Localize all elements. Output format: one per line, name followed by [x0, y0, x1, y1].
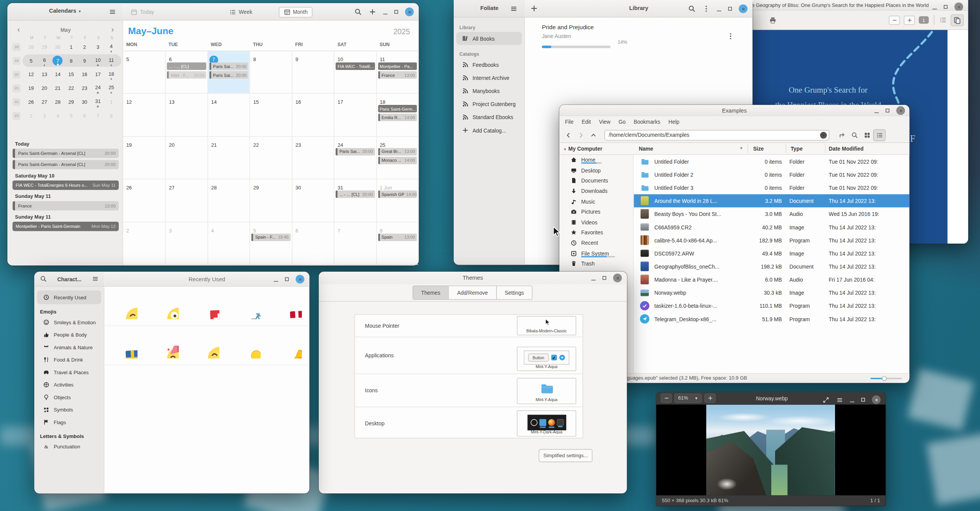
mini-day[interactable]: 21	[51, 83, 65, 93]
bicycle-emoji[interactable]	[227, 287, 268, 325]
toggle-location-entry-icon[interactable]	[835, 129, 848, 141]
day-cell[interactable]: 8 Spain13:00	[376, 222, 418, 265]
clear-location-icon[interactable]	[820, 132, 827, 139]
icon-view-icon[interactable]	[861, 129, 874, 141]
mini-day[interactable]: 3	[91, 42, 105, 52]
viewer-titlebar[interactable]: 61% ▼ Norway.webp	[656, 392, 886, 405]
day-cell[interactable]: 6 ... - ... [CL]Inter - F...20:00	[165, 51, 208, 94]
sidebar-root-toggle[interactable]: ▼ My Computer	[563, 146, 602, 152]
sidebar-item-documents[interactable]: Documents	[559, 176, 633, 186]
ok-hand-emoji[interactable]	[268, 326, 309, 365]
close-icon[interactable]	[872, 395, 881, 404]
mini-day[interactable]: 26	[24, 97, 38, 107]
sidebar-item-videos[interactable]: Videos	[559, 217, 633, 227]
sidebar-item-add-catalog-[interactable]: Add Catalog...	[456, 124, 522, 137]
file-row[interactable]: C66A5959.CR2 40.2 MB Image Thu 14 Jul 20…	[634, 221, 909, 234]
day-cell[interactable]: 5	[123, 51, 165, 94]
page-number-badge[interactable]: 1	[919, 16, 929, 24]
icons-theme-picker[interactable]: Mint-Y-Aqua	[517, 378, 576, 404]
maximize-icon[interactable]	[728, 7, 732, 11]
sidebar-item-downloads[interactable]: Downloads	[559, 186, 633, 196]
maximize-icon[interactable]	[602, 276, 606, 280]
day-cell[interactable]: 27	[165, 179, 208, 222]
book-list-item[interactable]: Pride and Prejudice Jane Austen 14%	[542, 24, 748, 51]
mini-day[interactable]: 5	[24, 56, 38, 66]
day-cell[interactable]: 5 Spain - F...19:45	[250, 222, 292, 265]
sidebar-item-pictures[interactable]: Pictures	[559, 207, 633, 217]
day-cell[interactable]: 6	[292, 222, 334, 265]
agenda-event[interactable]: Paris Saint-Germain - Arsenal [CL]20:00	[13, 160, 119, 169]
themes-titlebar[interactable]: Themes	[319, 272, 627, 284]
sidebar-item-manybooks[interactable]: Manybooks	[456, 84, 522, 97]
mini-day[interactable]: 24	[91, 83, 105, 93]
file-row[interactable]: Telegram_Desktop-x86_... 51.9 MB Program…	[634, 312, 909, 325]
file-row[interactable]: Untitled Folder 0 items Folder Tue 01 No…	[634, 155, 909, 168]
menu-bookmarks[interactable]: Bookmarks	[634, 119, 660, 125]
calendar-event[interactable]: FIA WEC - TotalE...	[336, 63, 374, 70]
minimize-icon[interactable]	[274, 277, 278, 281]
minimize-icon[interactable]	[874, 108, 879, 113]
mini-day[interactable]: 28	[24, 42, 38, 52]
day-cell[interactable]: 11 Montpellier - Pa...France13:00	[376, 51, 418, 94]
day-cell[interactable]: 2	[123, 222, 165, 265]
sidebar-item-activities[interactable]: Activities	[37, 378, 101, 391]
sidebar-item-punctuation[interactable]: Punctuation	[37, 440, 101, 453]
sidebar-item-feedbooks[interactable]: Feedbooks	[456, 58, 522, 71]
calendar-event[interactable]: ... - ... [CL]20:00	[336, 191, 374, 198]
mini-day[interactable]: 2	[78, 42, 91, 52]
location-bar[interactable]: /home/clem/Documents/Examples	[604, 129, 829, 140]
day-cell[interactable]: 23	[292, 137, 334, 179]
column-name[interactable]: Name	[639, 146, 653, 152]
calendar-sidebar-titlebar[interactable]: Calendars ▼	[8, 3, 123, 21]
calendar-event[interactable]: Spain13:00	[378, 233, 417, 241]
search-icon[interactable]	[354, 8, 362, 16]
sidebar-item-symbols[interactable]: Symbols	[37, 403, 101, 416]
tab-themes[interactable]: Themes	[412, 285, 449, 300]
calendar-event[interactable]: Paris Sai...20:00	[209, 63, 248, 70]
mini-day[interactable]: 13	[38, 69, 51, 79]
zoom-level-dropdown[interactable]: 61% ▼	[674, 393, 702, 403]
mini-day[interactable]: 5	[65, 111, 78, 121]
tears-of-joy-emoji[interactable]	[186, 326, 228, 365]
maximize-icon[interactable]	[394, 10, 398, 14]
zoom-in-button[interactable]	[704, 393, 715, 403]
new-event-icon[interactable]	[369, 8, 376, 16]
mini-day[interactable]: 29	[38, 42, 51, 52]
calendar-event[interactable]: Monaco ...14:00	[378, 157, 417, 164]
close-icon[interactable]	[405, 8, 414, 17]
mini-day[interactable]: 29	[65, 97, 78, 107]
day-cell[interactable]: 10 FIA WEC - TotalE...	[334, 51, 376, 94]
minimize-icon[interactable]	[717, 7, 721, 11]
day-cell[interactable]: 14	[207, 94, 250, 136]
close-icon[interactable]	[896, 106, 905, 115]
face-blowing-kiss-emoji[interactable]	[104, 287, 145, 325]
maximize-icon[interactable]	[944, 5, 948, 9]
file-row[interactable]: Around the World in 28 L... 3.2 MB Docum…	[634, 194, 909, 207]
mini-day[interactable]: 9	[78, 56, 91, 66]
tab-add-remove[interactable]: Add/Remove	[448, 285, 496, 300]
day-cell[interactable]: 25 Great Br...13:00Monaco ...14:00	[376, 137, 418, 179]
day-cell[interactable]: 21	[207, 137, 250, 179]
sidebar-item-home[interactable]: Home	[559, 155, 633, 165]
agenda-event[interactable]: Montpellier - Paris Saint-GermainMon May…	[13, 222, 119, 231]
sidebar-item-standard-ebooks[interactable]: Standard Ebooks	[456, 111, 522, 124]
day-cell[interactable]: 18 Paris Saint-Germ...Emilia R...14:00	[376, 94, 418, 136]
calendar-event[interactable]: Paris Sai...20:00	[336, 148, 374, 156]
file-row[interactable]: Untitled Folder 3 0 items Folder Tue 01 …	[634, 181, 909, 194]
mini-day[interactable]: 28	[51, 97, 65, 107]
minimize-icon[interactable]	[850, 398, 854, 402]
day-cell[interactable]: 7 Paris Sai...20:00Paris Sai...20:00	[207, 51, 250, 94]
calendar-titlebar[interactable]: Today Week Month	[123, 3, 419, 21]
close-icon[interactable]	[739, 4, 748, 13]
mini-day[interactable]: 22	[65, 83, 78, 93]
sidebar-item-internet-archive[interactable]: Internet Archive	[456, 71, 522, 84]
sidebar-item-favorites[interactable]: Favorites	[559, 227, 633, 238]
kebab-menu-icon[interactable]	[702, 5, 710, 13]
day-cell[interactable]: 17	[334, 94, 376, 136]
mini-day[interactable]: 11	[105, 55, 118, 66]
mini-day[interactable]: 6	[78, 111, 91, 121]
agenda-event[interactable]: FIA WEC - TotalEnergies 6 Hours o...Sun …	[13, 181, 119, 190]
mouse-pointer-picker[interactable]: Bibata-Modern-Classic	[517, 316, 576, 335]
sidebar-item-people-body[interactable]: People & Body	[37, 328, 101, 341]
continuous-view-icon[interactable]	[939, 16, 947, 24]
